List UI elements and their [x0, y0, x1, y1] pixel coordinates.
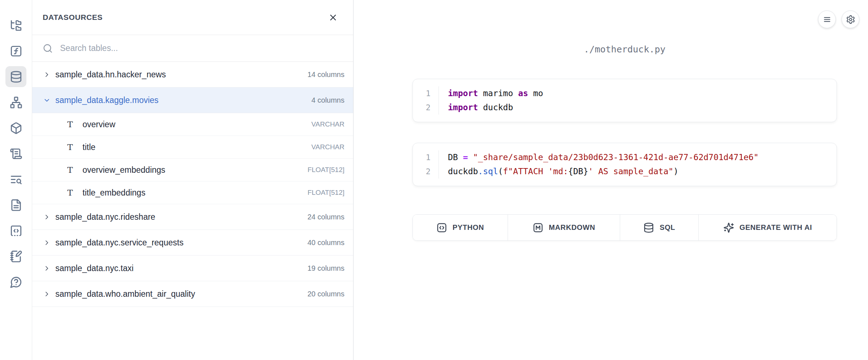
chevron-right-icon	[43, 71, 51, 78]
square-code-icon	[436, 222, 447, 233]
tables-tree: sample_data.hn.hacker_news14 columnssamp…	[32, 62, 353, 360]
search-tables-input[interactable]	[60, 43, 343, 53]
sidebar-item-packages[interactable]	[5, 117, 26, 138]
table-row[interactable]: sample_data.nyc.service_requests40 colum…	[32, 230, 353, 256]
text-type-icon: T	[67, 120, 78, 129]
table-row[interactable]: sample_data.kaggle.movies4 columns	[32, 87, 353, 113]
code-text: import duckdb	[439, 100, 513, 115]
close-icon	[328, 13, 338, 22]
scroll-text-icon	[10, 147, 22, 160]
table-row[interactable]: sample_data.nyc.rideshare24 columns	[32, 204, 353, 230]
notebook-filename: ./motherduck.py	[412, 0, 837, 55]
text-type-icon: T	[67, 188, 78, 197]
sidebar-item-help[interactable]	[5, 271, 26, 292]
chevron-glyph	[43, 290, 51, 298]
code-text: DB = "_share/sample_data/23b0d623-1361-4…	[439, 150, 759, 164]
network-icon	[10, 96, 22, 109]
table-row[interactable]: sample_data.who.ambient_air_quality20 co…	[32, 281, 353, 307]
table-row[interactable]: sample_data.hn.hacker_news14 columns	[32, 62, 353, 87]
sparkles-icon	[723, 222, 734, 233]
square-dashed-code-icon	[10, 224, 22, 237]
add-markdown-cell-button[interactable]: MARKDOWN	[508, 215, 621, 240]
text-type-icon: T	[67, 165, 78, 175]
chevron-glyph	[43, 97, 51, 104]
table-name: sample_data.who.ambient_air_quality	[55, 289, 195, 299]
line-number: 1	[413, 86, 439, 100]
chevron-down-icon	[43, 97, 51, 104]
sidebar-item-logs[interactable]	[5, 143, 26, 164]
column-row[interactable]: TtitleVARCHAR	[32, 136, 353, 159]
search-icon	[43, 43, 53, 53]
square-m-icon	[533, 222, 543, 233]
generate-with-ai-button[interactable]: GENERATE WITH AI	[699, 215, 837, 240]
database-icon	[643, 222, 654, 233]
column-type: FLOAT[512]	[308, 189, 344, 197]
column-row[interactable]: ToverviewVARCHAR	[32, 113, 353, 136]
sidebar-item-snippets[interactable]	[5, 220, 26, 241]
sidebar-item-variables[interactable]	[5, 40, 26, 61]
notebook-main: ./motherduck.py 1import marimo as mo2imp…	[353, 0, 868, 360]
chevron-glyph	[43, 213, 51, 221]
sidebar-item-documentation[interactable]	[5, 194, 26, 215]
code-line: 1DB = "_share/sample_data/23b0d623-1361-…	[413, 150, 837, 164]
column-type: FLOAT[512]	[308, 166, 344, 174]
sidebar-item-datasources[interactable]	[5, 66, 26, 87]
column-name: title	[82, 142, 96, 152]
sidebar-item-file-explorer[interactable]	[5, 15, 26, 36]
notebook-content: ./motherduck.py 1import marimo as mo2imp…	[412, 0, 837, 241]
search-row	[32, 35, 353, 62]
table-column-count: 19 columns	[308, 264, 344, 273]
file-text-icon	[10, 199, 22, 211]
code-line: 2duckdb.sql(f"ATTACH 'md:{DB}' AS sample…	[413, 164, 837, 179]
table-name: sample_data.kaggle.movies	[55, 95, 158, 105]
top-actions	[818, 10, 859, 28]
column-row[interactable]: Toverview_embeddingsFLOAT[512]	[32, 159, 353, 181]
function-square-icon	[10, 45, 22, 57]
chevron-right-icon	[43, 213, 51, 221]
box-icon	[10, 122, 22, 134]
notebook-pen-icon	[10, 250, 22, 263]
sidebar-item-scratchpad[interactable]	[5, 246, 26, 267]
text-type-icon: T	[67, 142, 78, 152]
code-text: import marimo as mo	[439, 86, 543, 100]
table-column-count: 40 columns	[308, 239, 344, 247]
add-sql-cell-button[interactable]: SQL	[620, 215, 699, 240]
sidebar-item-tracebacks[interactable]	[5, 169, 26, 190]
table-column-count: 14 columns	[308, 70, 344, 79]
table-column-count: 24 columns	[308, 213, 344, 221]
add-button-label: MARKDOWN	[549, 223, 595, 232]
column-name: overview_embeddings	[82, 165, 165, 175]
code-text: duckdb.sql(f"ATTACH 'md:{DB}' AS sample_…	[439, 164, 678, 179]
table-row[interactable]: sample_data.nyc.taxi19 columns	[32, 256, 353, 281]
datasources-panel: DATASOURCES sample_data.hn.hacker_news14…	[32, 0, 353, 360]
column-name: overview	[82, 120, 115, 129]
chevron-glyph	[43, 239, 51, 247]
settings-button[interactable]	[842, 10, 859, 28]
app-root: DATASOURCES sample_data.hn.hacker_news14…	[0, 0, 868, 360]
cells-container: 1import marimo as mo2import duckdb1DB = …	[412, 79, 837, 186]
menu-icon	[822, 15, 832, 24]
code-line: 2import duckdb	[413, 100, 837, 115]
chevron-glyph	[43, 71, 51, 78]
notebook-menu-button[interactable]	[818, 10, 836, 28]
column-row[interactable]: Ttitle_embeddingsFLOAT[512]	[32, 181, 353, 204]
table-name: sample_data.nyc.rideshare	[55, 212, 155, 222]
column-type: VARCHAR	[312, 143, 345, 151]
close-panel-button[interactable]	[328, 13, 338, 22]
sidebar-item-dependencies[interactable]	[5, 92, 26, 113]
line-number: 2	[413, 100, 439, 115]
line-number: 2	[413, 164, 439, 179]
code-cell[interactable]: 1import marimo as mo2import duckdb	[412, 79, 837, 122]
chevron-right-icon	[43, 265, 51, 272]
left-icon-rail	[0, 0, 32, 360]
line-number: 1	[413, 150, 439, 164]
chevron-glyph	[43, 265, 51, 272]
settings-icon	[846, 15, 855, 24]
datasources-panel-header: DATASOURCES	[32, 0, 353, 35]
folder-tree-icon	[10, 19, 22, 32]
table-column-count: 20 columns	[308, 290, 344, 298]
table-name: sample_data.nyc.service_requests	[55, 238, 183, 248]
code-cell[interactable]: 1DB = "_share/sample_data/23b0d623-1361-…	[412, 143, 837, 186]
add-button-label: SQL	[660, 223, 675, 232]
add-python-cell-button[interactable]: PYTHON	[413, 215, 508, 240]
